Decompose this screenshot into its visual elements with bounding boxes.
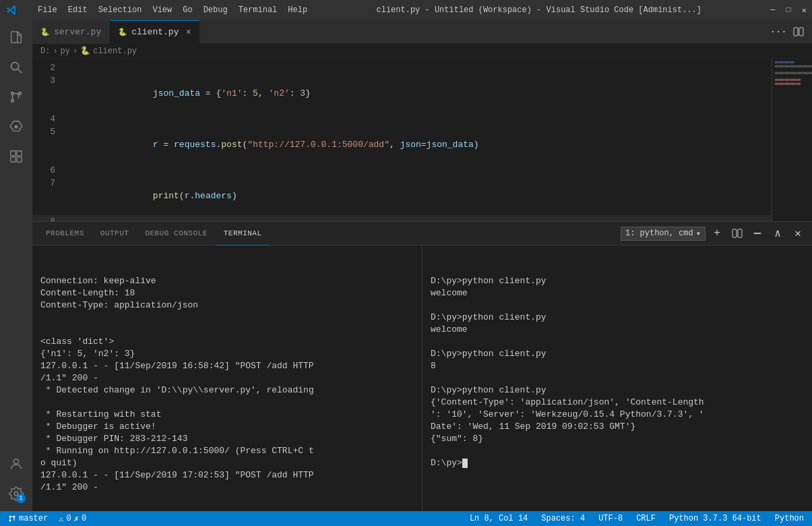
terminal-right-text: D:\py>python client.py welcome D:\py>pyt…: [431, 275, 804, 481]
breadcrumb-py[interactable]: py: [61, 47, 70, 56]
terminal-left-text: Connection: keep-alive Content-Length: 1…: [40, 275, 414, 506]
activity-icon-files[interactable]: [4, 26, 28, 50]
svg-rect-16: [799, 28, 803, 36]
svg-rect-17: [732, 229, 737, 237]
tab-client-py[interactable]: 🐍 client.py ×: [110, 20, 200, 44]
tab-output[interactable]: OUTPUT: [92, 222, 137, 245]
svg-rect-9: [11, 151, 15, 156]
status-position-label: Ln 8, Col 14: [470, 514, 528, 523]
tab-server-py[interactable]: 🐍 server.py: [32, 20, 110, 44]
svg-rect-0: [11, 32, 18, 43]
terminal-maximize-button[interactable]: ∧: [769, 225, 786, 242]
tab-label-server: server.py: [54, 27, 101, 37]
status-position[interactable]: Ln 8, Col 14: [467, 514, 530, 523]
menu-file[interactable]: File: [38, 5, 57, 15]
status-warning-icon: ✗: [74, 514, 79, 524]
status-encoding-label: UTF-8: [598, 514, 623, 523]
breadcrumb-file[interactable]: client.py: [93, 47, 137, 56]
menu-terminal[interactable]: Terminal: [239, 5, 278, 15]
line-number-6: 6: [32, 164, 66, 177]
activity-icon-accounts[interactable]: [4, 452, 28, 476]
breadcrumb-sep1: ›: [53, 47, 57, 56]
menu-go[interactable]: Go: [183, 5, 192, 15]
status-language-label: Python: [775, 514, 804, 523]
svg-rect-18: [738, 229, 742, 237]
activity-icon-source-control[interactable]: [4, 85, 28, 109]
line-content-8: print(r.text): [66, 215, 772, 221]
menu-edit[interactable]: Edit: [68, 5, 88, 15]
line-number-7: 7: [32, 177, 66, 189]
split-editor-button[interactable]: [790, 24, 807, 40]
breadcrumb-sep2: ›: [73, 47, 77, 56]
code-line-5: 5 r = requests.post("http://127.0.0.1:50…: [32, 125, 772, 164]
line-content-7: print(r.headers): [66, 177, 772, 215]
tab-label-client: client.py: [131, 27, 179, 37]
terminal-left-pane[interactable]: Connection: keep-alive Content-Length: 1…: [32, 245, 423, 511]
terminal-right-cursor: [462, 459, 468, 468]
more-actions-button[interactable]: ···: [770, 24, 786, 40]
terminal-instance-label: 1: python, cmd: [625, 229, 693, 238]
svg-point-13: [13, 459, 18, 464]
status-right: Ln 8, Col 14 Spaces: 4 UTF-8 CRLF Python…: [467, 514, 807, 523]
menu-view[interactable]: View: [152, 5, 172, 15]
activity-icon-extensions[interactable]: [4, 144, 28, 169]
window-controls[interactable]: — □ ✕: [770, 5, 807, 16]
maximize-button[interactable]: □: [786, 5, 791, 16]
code-line-4: 4: [32, 113, 772, 125]
status-warning-count: 0: [82, 514, 86, 523]
activity-icon-settings[interactable]: 1: [4, 481, 28, 506]
terminal-content: Connection: keep-alive Content-Length: 1…: [32, 245, 812, 511]
terminal-new-button[interactable]: +: [708, 225, 726, 242]
activity-icon-debug[interactable]: [4, 115, 28, 139]
code-line-7: 7 print(r.headers): [32, 177, 772, 215]
vsc-logo: [5, 4, 18, 16]
minimize-button[interactable]: —: [770, 5, 775, 16]
tab-actions: ···: [770, 24, 812, 40]
code-editor[interactable]: 2 3 json_data = {'n1': 5, 'n2': 3} 4: [32, 59, 772, 221]
terminal-split-button[interactable]: [728, 225, 746, 242]
tab-problems[interactable]: PROBLEMS: [38, 222, 92, 245]
tab-close-client[interactable]: ×: [185, 27, 191, 38]
menu-bar[interactable]: File Edit Selection View Go Debug Termin…: [38, 5, 307, 15]
editor-area: 🐍 server.py 🐍 client.py × ··· D:: [32, 20, 812, 511]
svg-rect-10: [17, 151, 22, 156]
terminal-instance-selector[interactable]: 1: python, cmd ▾: [621, 227, 706, 241]
status-errors[interactable]: ⚠ 0 ✗ 0: [56, 514, 89, 524]
breadcrumb: D: › py › 🐍 client.py: [32, 44, 812, 59]
line-number-5: 5: [32, 125, 66, 138]
terminal-kill-button[interactable]: [749, 225, 766, 242]
menu-selection[interactable]: Selection: [98, 5, 142, 15]
close-button[interactable]: ✕: [802, 5, 807, 16]
status-python-version-label: Python 3.7.3 64-bit: [669, 514, 761, 523]
svg-rect-19: [754, 233, 761, 234]
line-content-3: json_data = {'n1': 5, 'n2': 3}: [66, 74, 772, 113]
tab-debug-console[interactable]: DEBUG CONSOLE: [137, 222, 215, 245]
svg-line-4: [18, 69, 22, 74]
terminal-close-button[interactable]: ✕: [789, 225, 807, 242]
terminal-controls: 1: python, cmd ▾ +: [621, 225, 807, 242]
status-left: master ⚠ 0 ✗ 0: [5, 514, 89, 524]
breadcrumb-drive[interactable]: D:: [40, 47, 50, 56]
svg-rect-11: [11, 157, 15, 162]
svg-point-20: [9, 516, 11, 518]
status-line-ending[interactable]: CRLF: [633, 514, 658, 523]
status-language[interactable]: Python: [772, 514, 807, 523]
status-branch[interactable]: master: [5, 514, 51, 523]
status-indentation[interactable]: Spaces: 4: [538, 514, 588, 523]
activity-bar: 1: [0, 20, 32, 511]
menu-debug[interactable]: Debug: [204, 5, 228, 15]
terminal-right-pane[interactable]: D:\py>python client.py welcome D:\py>pyt…: [423, 245, 812, 511]
minimap-content: ████████████████ ███████████████████████…: [772, 59, 812, 88]
activity-icon-search[interactable]: [4, 55, 28, 80]
code-editor-container: 2 3 json_data = {'n1': 5, 'n2': 3} 4: [32, 59, 812, 221]
status-indentation-label: Spaces: 4: [541, 514, 585, 523]
settings-badge: 1: [16, 494, 26, 503]
code-line-3: 3 json_data = {'n1': 5, 'n2': 3}: [32, 74, 772, 113]
tab-terminal[interactable]: TERMINAL: [216, 222, 270, 245]
status-python-version[interactable]: Python 3.7.3 64-bit: [666, 514, 764, 523]
terminal-area: PROBLEMS OUTPUT DEBUG CONSOLE TERMINAL 1…: [32, 221, 812, 511]
menu-help[interactable]: Help: [288, 5, 307, 15]
svg-rect-15: [794, 28, 798, 36]
line-content-5: r = requests.post("http://127.0.0.1:5000…: [66, 125, 772, 164]
status-encoding[interactable]: UTF-8: [596, 514, 625, 523]
